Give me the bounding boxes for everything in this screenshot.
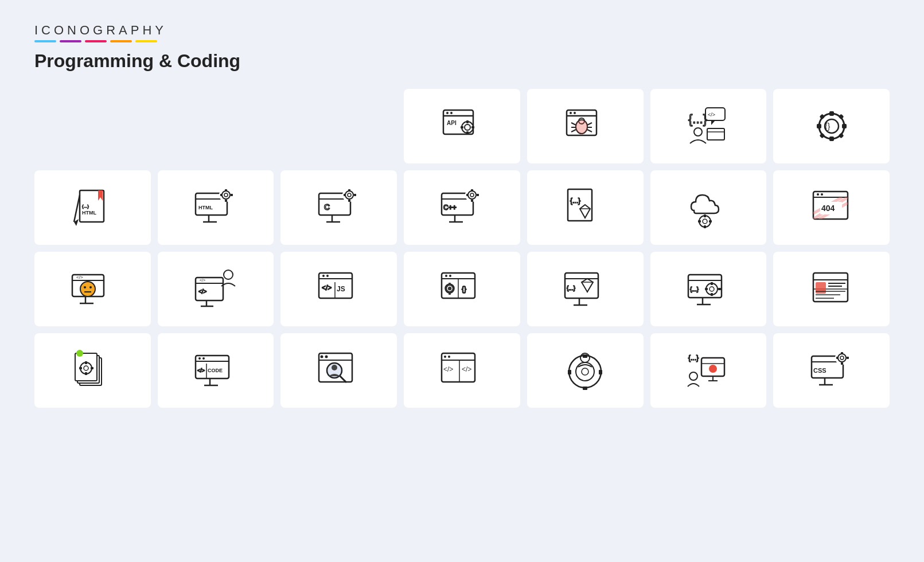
empty-2 (158, 89, 274, 163)
empty-3 (280, 89, 397, 163)
svg-text:{}: {} (825, 122, 831, 131)
svg-rect-94 (709, 220, 712, 223)
svg-rect-200 (583, 387, 587, 390)
svg-rect-36 (842, 124, 847, 128)
svg-text:{...}: {...} (82, 204, 89, 209)
bar-cyan (34, 40, 56, 42)
svg-point-198 (569, 356, 601, 388)
icon-cloud-settings[interactable] (650, 170, 767, 245)
icon-css-settings[interactable]: CSS (773, 333, 890, 408)
svg-rect-221 (841, 352, 843, 354)
svg-text:</>: </> (462, 365, 471, 373)
svg-point-204 (582, 368, 588, 375)
svg-rect-71 (344, 194, 346, 196)
svg-point-179 (198, 357, 201, 360)
icon-cpp-settings[interactable]: C++ (404, 170, 520, 245)
svg-rect-83 (466, 194, 469, 196)
icon-developer-monitor[interactable]: {...} (650, 333, 767, 408)
icon-js-browser[interactable]: </> JS (280, 252, 397, 326)
svg-text:HTML: HTML (198, 205, 213, 210)
icon-diamond-monitor[interactable]: {...} (527, 252, 644, 326)
bar-orange (110, 40, 132, 42)
svg-rect-8 (466, 131, 469, 134)
icon-html-file[interactable]: {...} HTML (34, 170, 151, 245)
icon-gear-circle[interactable] (527, 333, 644, 408)
svg-rect-201 (568, 370, 571, 374)
svg-point-133 (445, 284, 454, 293)
svg-rect-10 (471, 126, 474, 128)
svg-rect-85 (568, 189, 592, 221)
svg-rect-152 (711, 282, 713, 285)
icon-file-settings[interactable] (34, 333, 151, 408)
svg-line-17 (571, 123, 576, 125)
svg-rect-82 (471, 200, 473, 202)
icon-gear-code[interactable]: {} (773, 89, 890, 163)
svg-point-110 (80, 282, 95, 296)
svg-point-111 (84, 286, 86, 288)
svg-rect-171 (85, 361, 87, 364)
icon-code-arrows[interactable]: </> </> (404, 333, 520, 408)
icon-developer-code[interactable]: </> </> (158, 252, 274, 326)
svg-rect-173 (79, 367, 82, 369)
svg-rect-172 (85, 372, 87, 375)
svg-rect-155 (718, 288, 721, 290)
icon-search-code[interactable] (280, 333, 397, 408)
svg-marker-143 (582, 279, 593, 292)
svg-text:</>: </> (708, 112, 715, 118)
icon-code-chat[interactable]: {...} </> (650, 89, 767, 163)
svg-point-194 (448, 356, 450, 358)
svg-rect-60 (231, 194, 233, 196)
svg-text:</>: </> (322, 284, 332, 292)
header: ICONOGRAPHY Programming & Coding (34, 23, 890, 72)
svg-rect-33 (829, 111, 834, 116)
icon-c-settings[interactable]: C (280, 170, 397, 245)
svg-rect-7 (466, 120, 469, 123)
svg-rect-38 (838, 114, 844, 120)
icon-bug-browser[interactable] (527, 89, 644, 163)
svg-text:</>: </> (443, 365, 453, 373)
svg-point-120 (224, 270, 233, 279)
page-title: Programming & Coding (34, 50, 890, 72)
bar-yellow (135, 40, 157, 42)
svg-point-28 (694, 128, 702, 136)
svg-rect-37 (819, 114, 825, 120)
svg-rect-81 (471, 189, 473, 192)
icon-code-diamond[interactable]: {...} (527, 170, 644, 245)
icon-emoji-code[interactable]: </> (34, 252, 151, 326)
svg-point-23 (576, 120, 587, 134)
svg-marker-46 (98, 190, 103, 201)
svg-rect-70 (348, 200, 350, 202)
icon-code-monitor[interactable]: {} (404, 252, 520, 326)
svg-line-42 (74, 195, 80, 222)
svg-point-97 (817, 193, 819, 196)
icon-api-settings[interactable]: API (404, 89, 520, 163)
svg-rect-154 (705, 288, 708, 290)
icon-grid: API (34, 89, 890, 408)
svg-point-13 (570, 112, 572, 114)
svg-rect-174 (91, 367, 93, 369)
svg-rect-199 (583, 354, 587, 358)
svg-text:C++: C++ (443, 204, 457, 212)
icon-code-monitor2[interactable]: </> CODE (158, 333, 274, 408)
icon-web-layout[interactable] (773, 252, 890, 326)
svg-text:</>: </> (198, 288, 207, 295)
svg-rect-59 (220, 194, 223, 196)
svg-point-212 (689, 372, 697, 380)
icon-gear-monitor[interactable]: {...} (650, 252, 767, 326)
svg-point-130 (445, 275, 447, 277)
svg-rect-159 (816, 282, 826, 294)
svg-text:C: C (324, 202, 330, 212)
svg-rect-39 (819, 133, 825, 139)
svg-point-211 (709, 365, 717, 373)
svg-rect-93 (698, 220, 701, 223)
svg-rect-29 (707, 128, 724, 140)
icon-404[interactable]: 404 (773, 170, 890, 245)
svg-rect-34 (829, 136, 834, 141)
svg-point-98 (821, 193, 823, 196)
svg-line-189 (340, 376, 346, 382)
svg-text:404: 404 (821, 204, 835, 213)
svg-rect-202 (599, 370, 602, 374)
svg-text:{...}: {...} (570, 197, 580, 205)
icon-html-settings[interactable]: HTML (158, 170, 274, 245)
bar-purple (60, 40, 81, 42)
